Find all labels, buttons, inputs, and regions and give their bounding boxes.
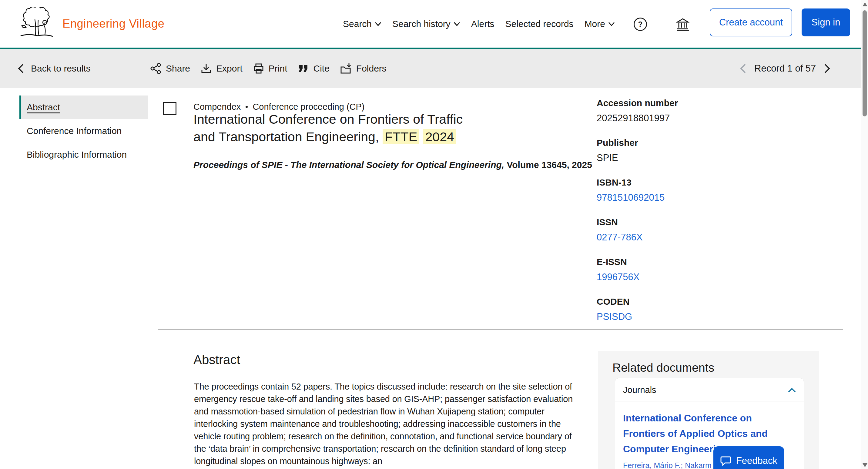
highlighted-term: FTTE	[382, 129, 419, 144]
breadcrumb-separator-dot	[246, 106, 248, 108]
cite-button[interactable]: Cite	[298, 63, 329, 74]
nav-search-history[interactable]: Search history	[392, 19, 460, 29]
nav-more[interactable]: More	[585, 19, 615, 29]
meta-issn: ISSN 0277-786X	[597, 217, 727, 243]
related-documents-heading: Related documents	[613, 361, 714, 374]
speech-bubble-icon	[720, 456, 731, 466]
next-record-icon[interactable]	[824, 63, 830, 74]
top-header: Engineering Village Search Search histor…	[0, 0, 868, 49]
export-download-icon	[200, 63, 212, 74]
create-account-button[interactable]: Create account	[710, 8, 792, 36]
chevron-down-icon	[454, 22, 460, 26]
isbn13-link[interactable]: 9781510692015	[597, 192, 727, 203]
chevron-down-icon	[608, 22, 615, 26]
nav-alerts[interactable]: Alerts	[471, 19, 495, 29]
nav-selected-records[interactable]: Selected records	[505, 19, 574, 29]
eissn-link[interactable]: 1996756X	[597, 272, 727, 283]
chevron-left-icon	[18, 63, 24, 74]
section-divider	[158, 330, 843, 330]
brand-title: Engineering Village	[62, 17, 164, 30]
record-counter: Record 1 of 57	[754, 63, 816, 74]
folders-button[interactable]: Folders	[340, 63, 386, 74]
meta-publisher: Publisher SPIE	[597, 138, 727, 163]
print-button[interactable]: Print	[253, 63, 287, 74]
toolbar-actions: Share Export	[150, 49, 386, 88]
cite-quote-icon	[298, 63, 309, 74]
journals-accordion-toggle[interactable]: Journals	[615, 378, 804, 401]
institution-button[interactable]	[676, 18, 689, 31]
chevron-up-icon	[788, 388, 796, 393]
meta-eissn: E-ISSN 1996756X	[597, 257, 727, 283]
record-metadata: Accession number 20252918801997 Publishe…	[597, 98, 727, 336]
scrollbar-up-arrow-icon[interactable]	[863, 2, 867, 6]
help-button[interactable]: ?	[633, 18, 647, 31]
top-navigation: Search Search history Alerts Selected re…	[343, 0, 615, 48]
folders-icon	[340, 63, 352, 74]
sign-in-button[interactable]: Sign in	[802, 8, 850, 36]
meta-coden: CODEN PSISDG	[597, 296, 727, 322]
sidebar-item-abstract[interactable]: Abstract	[20, 95, 148, 119]
nav-search[interactable]: Search	[343, 19, 381, 29]
help-icon: ?	[633, 18, 647, 31]
meta-isbn13: ISBN-13 9781510692015	[597, 177, 727, 203]
share-button[interactable]: Share	[150, 63, 190, 74]
chevron-down-icon	[375, 22, 381, 26]
issn-link[interactable]: 0277-786X	[597, 232, 727, 243]
record-title: International Conference on Frontiers of…	[193, 111, 463, 146]
scrollbar-down-arrow-icon[interactable]	[863, 463, 867, 467]
source-volume-year: Volume 13645, 2025	[507, 160, 592, 170]
print-icon	[253, 63, 265, 74]
scrollbar-thumb[interactable]	[863, 10, 867, 117]
engineering-village-record-page: Engineering Village Search Search histor…	[0, 0, 868, 469]
vertical-scrollbar[interactable]	[861, 0, 868, 469]
meta-accession-number: Accession number 20252918801997	[597, 98, 727, 124]
elsevier-tree-logo	[18, 7, 55, 41]
source-title: Proceedings of SPIE - The International …	[193, 160, 504, 170]
share-icon	[150, 63, 162, 74]
sidebar-item-conference-information[interactable]: Conference Information	[20, 119, 148, 143]
record-select-checkbox[interactable]	[163, 102, 177, 115]
record-pagination: Record 1 of 57	[740, 49, 830, 88]
feedback-button[interactable]: Feedback	[713, 446, 784, 469]
coden-link[interactable]: PSISDG	[597, 311, 727, 322]
institution-bank-icon	[676, 18, 689, 31]
related-documents-panel: Related documents Journals International…	[598, 351, 819, 469]
record-toolbar: Back to results Share	[0, 49, 868, 88]
previous-record-icon[interactable]	[740, 63, 746, 74]
source-line: Proceedings of SPIE - The International …	[193, 160, 592, 170]
section-nav: Abstract Conference Information Bibliogr…	[20, 95, 148, 166]
sidebar-item-bibliographic-information[interactable]: Bibliographic Information	[20, 143, 148, 166]
highlighted-term: 2024	[423, 129, 456, 144]
abstract-text: The proceedings contain 52 papers. The t…	[194, 380, 583, 468]
back-to-results-button[interactable]: Back to results	[18, 49, 91, 88]
export-button[interactable]: Export	[200, 63, 243, 74]
abstract-heading: Abstract	[193, 352, 240, 367]
